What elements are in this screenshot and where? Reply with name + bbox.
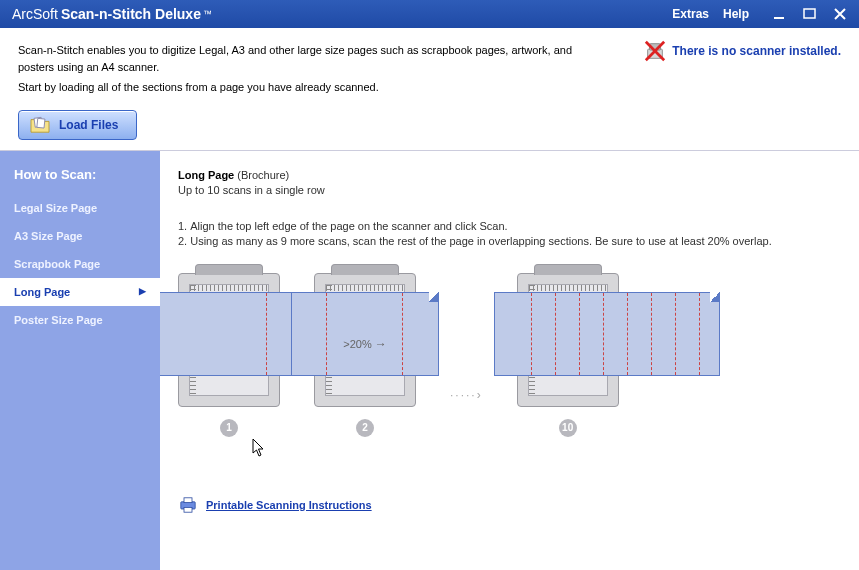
step-1: Align the top left edge of the page on t… — [178, 220, 841, 232]
chevron-right-icon: ▶ — [139, 286, 146, 296]
sidebar-item-scrapbook[interactable]: Scrapbook Page — [0, 250, 160, 278]
scanner-icon — [178, 273, 280, 407]
sidebar-item-legal[interactable]: Legal Size Page — [0, 194, 160, 222]
content-title: Long Page — [178, 169, 234, 181]
minimize-button[interactable] — [769, 5, 791, 23]
intro-text-2: Start by loading all of the sections fro… — [18, 79, 608, 96]
diagram-row: 1 >20% → 2 ·····› — [178, 273, 841, 437]
intro-panel: Scan-n-Stitch enables you to digitize Le… — [0, 28, 859, 151]
step-badge-2: 2 — [356, 419, 374, 437]
main-content: Long Page (Brochure) Up to 10 scans in a… — [160, 151, 859, 571]
sidebar: How to Scan: Legal Size Page A3 Size Pag… — [0, 151, 160, 571]
content-subline: Up to 10 scans in a single row — [178, 184, 841, 196]
title-bar: ArcSoft Scan-n-Stitch Deluxe ™ Extras He… — [0, 0, 859, 28]
menu-help[interactable]: Help — [723, 7, 749, 21]
close-button[interactable] — [829, 5, 851, 23]
instruction-steps: Align the top left edge of the page on t… — [178, 220, 841, 247]
page-sheet — [160, 292, 303, 376]
step-badge-1: 1 — [220, 419, 238, 437]
printer-icon — [178, 497, 198, 513]
content-subtitle: (Brochure) — [237, 169, 289, 181]
warning-text: There is no scanner installed. — [672, 44, 841, 58]
scanner-warning: There is no scanner installed. — [644, 40, 841, 62]
print-link-text: Printable Scanning Instructions — [206, 499, 372, 511]
page-sheet: >20% → — [291, 292, 439, 376]
body-row: How to Scan: Legal Size Page A3 Size Pag… — [0, 151, 859, 571]
sidebar-item-poster[interactable]: Poster Size Page — [0, 306, 160, 334]
tm-mark: ™ — [203, 9, 212, 19]
sidebar-heading: How to Scan: — [0, 157, 160, 194]
scanner-icon: >20% → — [314, 273, 416, 407]
svg-rect-0 — [774, 17, 784, 19]
sidebar-item-a3[interactable]: A3 Size Page — [0, 222, 160, 250]
diagram-1: 1 — [178, 273, 280, 437]
svg-rect-1 — [804, 9, 815, 18]
brand-prefix: ArcSoft — [12, 6, 58, 22]
step-badge-10: 10 — [559, 419, 577, 437]
overlap-value: >20% — [343, 338, 371, 350]
folder-icon — [29, 116, 51, 134]
diagram-10: 10 — [517, 273, 619, 437]
warning-icon — [644, 40, 666, 62]
diagram-2: >20% → 2 — [314, 273, 416, 437]
arrow-right-icon: → — [375, 337, 387, 351]
svg-rect-8 — [184, 507, 192, 512]
overlap-label: >20% → — [343, 337, 386, 351]
page-sheet — [494, 292, 720, 376]
load-files-button[interactable]: Load Files — [18, 110, 137, 140]
scanner-icon — [517, 273, 619, 407]
brand-name: Scan-n-Stitch Deluxe — [61, 6, 201, 22]
sidebar-item-long-page[interactable]: Long Page ▶ — [0, 278, 160, 306]
window-controls — [769, 5, 851, 23]
menu-extras[interactable]: Extras — [672, 7, 709, 21]
svg-rect-5 — [37, 118, 45, 128]
sidebar-item-label: Long Page — [14, 286, 70, 298]
dots-separator: ·····› — [450, 388, 483, 402]
intro-text-1: Scan-n-Stitch enables you to digitize Le… — [18, 42, 608, 75]
svg-rect-7 — [184, 497, 192, 502]
maximize-button[interactable] — [799, 5, 821, 23]
step-2: Using as many as 9 more scans, scan the … — [178, 235, 841, 247]
print-instructions-link[interactable]: Printable Scanning Instructions — [178, 497, 841, 513]
load-files-label: Load Files — [59, 118, 118, 132]
